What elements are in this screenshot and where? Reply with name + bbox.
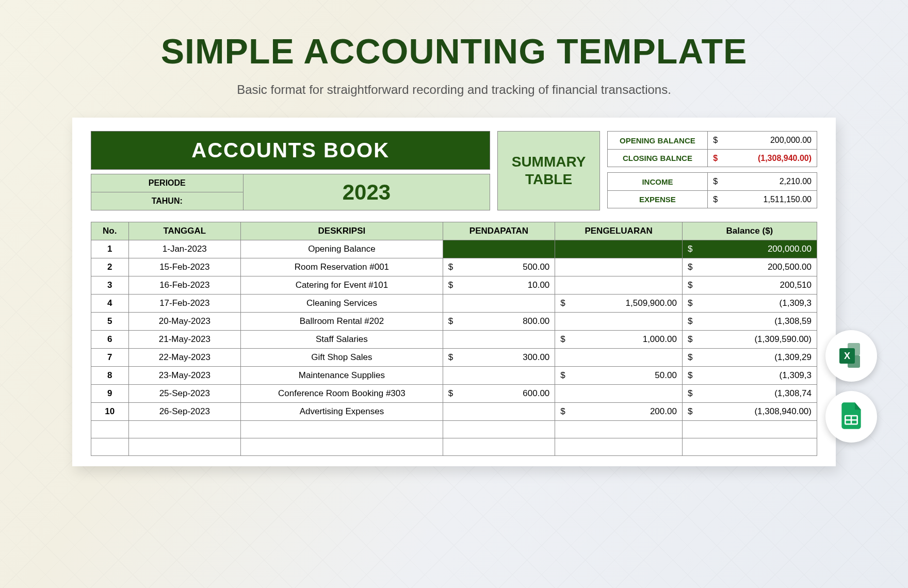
page-subtitle: Basic format for straightforward recordi…	[72, 83, 836, 97]
table-row: 3 16-Feb-2023 Catering for Event #101 $1…	[91, 276, 817, 295]
summary-row: CLOSING BALNCE$(1,308,940.00)	[608, 149, 817, 167]
table-row: 7 22-May-2023 Gift Shop Sales $300.00 $(…	[91, 349, 817, 367]
summary-row: EXPENSE$1,511,150.00	[608, 190, 817, 208]
summary-row: OPENING BALANCE$200,000.00	[608, 132, 817, 149]
col-deskripsi: DESKRIPSI	[241, 222, 443, 240]
table-row: 10 26-Sep-2023 Advertising Expenses $200…	[91, 403, 817, 421]
summary-table-label: SUMMARY TABLE	[497, 131, 599, 210]
period-block: PERIODE TAHUN: 2023	[91, 174, 490, 210]
col-no: No.	[91, 222, 129, 240]
col-pendapatan: PENDAPATAN	[443, 222, 555, 240]
table-row: 2 15-Feb-2023 Room Reservation #001 $500…	[91, 258, 817, 276]
table-row	[91, 421, 817, 438]
periode-label: PERIODE	[91, 174, 243, 192]
accounts-book-heading: ACCOUNTS BOOK	[91, 131, 490, 170]
excel-icon: X	[837, 342, 865, 370]
tahun-label: TAHUN:	[91, 192, 243, 210]
table-row: 9 25-Sep-2023 Conference Room Booking #3…	[91, 385, 817, 403]
summary-table: OPENING BALANCE$200,000.00CLOSING BALNCE…	[607, 131, 817, 210]
col-tanggal: TANGGAL	[128, 222, 241, 240]
table-row: 4 17-Feb-2023 Cleaning Services $1,509,9…	[91, 295, 817, 313]
ledger-table: No. TANGGAL DESKRIPSI PENDAPATAN PENGELU…	[91, 222, 817, 456]
table-row	[91, 438, 817, 456]
table-row: 8 23-May-2023 Maintenance Supplies $50.0…	[91, 367, 817, 385]
table-row: 6 21-May-2023 Staff Salaries $1,000.00 $…	[91, 331, 817, 349]
col-pengeluaran: PENGELUARAN	[555, 222, 683, 240]
google-sheets-icon	[837, 401, 866, 432]
page-title: SIMPLE ACCOUNTING TEMPLATE	[72, 31, 836, 71]
google-sheets-badge[interactable]	[825, 391, 877, 443]
table-row: 5 20-May-2023 Ballroom Rental #202 $800.…	[91, 313, 817, 331]
col-balance: Balance ($)	[682, 222, 817, 240]
summary-row: INCOME$2,210.00	[608, 173, 817, 190]
year-value: 2023	[243, 174, 490, 210]
table-row: 1 1-Jan-2023 Opening Balance $200,000.00	[91, 240, 817, 258]
spreadsheet-preview: ACCOUNTS BOOK PERIODE TAHUN: 2023 SUMMAR…	[72, 118, 836, 466]
excel-badge[interactable]: X	[825, 330, 877, 382]
